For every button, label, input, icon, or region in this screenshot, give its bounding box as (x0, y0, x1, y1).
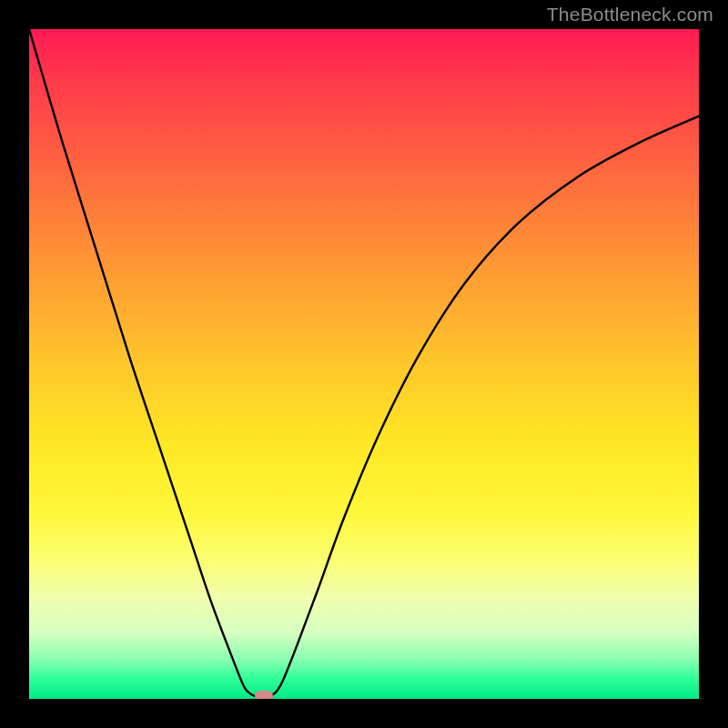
bottleneck-curve (29, 29, 699, 699)
min-marker (255, 691, 273, 699)
plot-area (29, 29, 699, 699)
curve-layer (29, 29, 699, 699)
chart-frame: TheBottleneck.com (0, 0, 728, 728)
watermark-label: TheBottleneck.com (547, 4, 713, 25)
